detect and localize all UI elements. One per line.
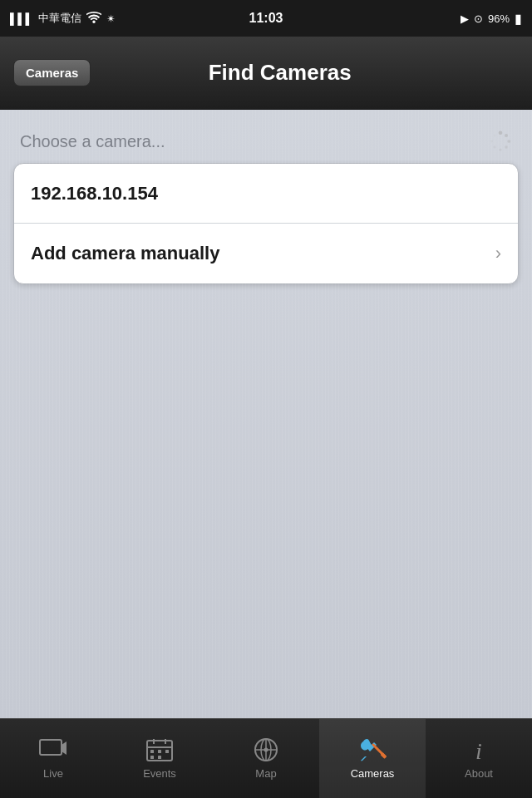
camera-ip-text: 192.168.10.154: [31, 183, 501, 204]
svg-point-3: [505, 145, 507, 148]
alarm-icon: ⊙: [474, 12, 483, 25]
tab-live[interactable]: Live: [0, 719, 106, 798]
svg-point-5: [494, 146, 496, 149]
signal-bars: ▌▌▌: [10, 12, 33, 25]
add-camera-manually-item[interactable]: Add camera manually ›: [14, 224, 518, 283]
carrier-name: 中華電信: [38, 11, 81, 26]
tab-about[interactable]: i About: [426, 719, 532, 798]
svg-rect-17: [158, 756, 161, 759]
about-icon: i: [463, 737, 495, 762]
section-header: Choose a camera...: [0, 110, 532, 163]
nav-title: Find Cameras: [91, 60, 469, 86]
svg-rect-13: [150, 750, 154, 753]
wifi-icon: [86, 12, 101, 26]
section-label: Choose a camera...: [20, 132, 165, 151]
cameras-icon: [357, 737, 388, 762]
main-content: Choose a camera... 192.168.10.154 Add ca…: [0, 110, 532, 718]
svg-point-0: [499, 131, 503, 135]
status-time: 11:03: [249, 11, 283, 26]
svg-rect-16: [150, 756, 154, 759]
events-icon: [144, 737, 175, 762]
tab-events-label: Events: [143, 767, 176, 780]
tab-about-label: About: [465, 767, 493, 780]
loading-spinner-icon: [489, 130, 512, 153]
tab-cameras-label: Cameras: [351, 767, 395, 780]
tab-cameras[interactable]: Cameras: [319, 719, 426, 798]
camera-list: 192.168.10.154 Add camera manually ›: [13, 163, 519, 284]
svg-text:i: i: [475, 738, 482, 762]
location-icon: ▶: [461, 12, 469, 25]
status-left: ▌▌▌ 中華電信 ✴: [10, 11, 116, 26]
tab-live-label: Live: [43, 767, 63, 780]
svg-rect-8: [40, 740, 62, 755]
svg-point-7: [494, 135, 495, 136]
tab-map-label: Map: [255, 767, 276, 780]
svg-point-2: [507, 140, 510, 143]
svg-point-1: [505, 134, 508, 137]
svg-point-4: [500, 149, 502, 151]
tab-map[interactable]: Map: [213, 719, 319, 798]
svg-point-6: [490, 140, 493, 143]
tab-events[interactable]: Events: [106, 719, 213, 798]
back-button[interactable]: Cameras: [13, 59, 91, 86]
add-camera-manually-text: Add camera manually: [31, 243, 495, 264]
svg-rect-14: [158, 750, 161, 753]
map-icon: [250, 737, 282, 762]
status-bar: ▌▌▌ 中華電信 ✴ 11:03 ▶ ⊙ 96% ▮: [0, 0, 532, 37]
battery-icon: ▮: [515, 11, 522, 27]
svg-point-22: [264, 748, 268, 752]
live-icon: [37, 737, 69, 762]
svg-rect-15: [165, 750, 169, 753]
battery-percent: 96%: [488, 12, 510, 25]
status-right: ▶ ⊙ 96% ▮: [461, 11, 522, 27]
camera-ip-item[interactable]: 192.168.10.154: [14, 164, 518, 224]
nav-bar: Cameras Find Cameras: [0, 37, 532, 110]
activity-icon: ✴: [106, 12, 116, 25]
chevron-right-icon: ›: [495, 243, 501, 264]
tab-bar: Live Events: [0, 718, 532, 798]
